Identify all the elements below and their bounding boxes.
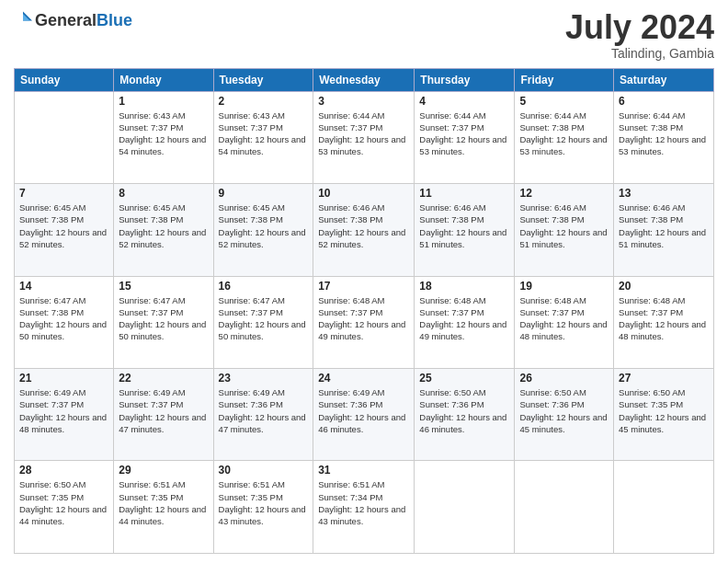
calendar-week-2: 7Sunrise: 6:45 AMSunset: 7:38 PMDaylight… <box>15 184 714 276</box>
day-info: Sunrise: 6:49 AMSunset: 7:37 PMDaylight:… <box>19 386 108 435</box>
col-sunday: Sunday <box>15 68 114 91</box>
col-friday: Friday <box>515 68 614 91</box>
table-row: 16Sunrise: 6:47 AMSunset: 7:37 PMDayligh… <box>213 276 313 368</box>
day-number: 31 <box>318 464 409 477</box>
day-number: 19 <box>519 280 609 293</box>
day-info: Sunrise: 6:50 AMSunset: 7:36 PMDaylight:… <box>419 386 509 435</box>
day-info: Sunrise: 6:45 AMSunset: 7:38 PMDaylight:… <box>19 201 108 250</box>
table-row: 22Sunrise: 6:49 AMSunset: 7:37 PMDayligh… <box>114 369 213 461</box>
table-row <box>614 461 714 554</box>
day-number: 30 <box>219 464 309 477</box>
day-info: Sunrise: 6:45 AMSunset: 7:38 PMDaylight:… <box>119 201 208 250</box>
title-block: July 2024 Talinding, Gambia <box>565 9 714 61</box>
day-number: 7 <box>19 187 108 200</box>
table-row <box>415 461 515 554</box>
day-number: 3 <box>318 95 409 108</box>
day-number: 20 <box>619 280 709 293</box>
col-saturday: Saturday <box>614 68 714 91</box>
day-number: 17 <box>318 280 409 293</box>
day-number: 23 <box>219 372 309 385</box>
day-info: Sunrise: 6:44 AMSunset: 7:37 PMDaylight:… <box>318 109 409 158</box>
day-number: 22 <box>119 372 208 385</box>
day-number: 11 <box>419 187 509 200</box>
location: Talinding, Gambia <box>565 46 714 61</box>
calendar-header-row: Sunday Monday Tuesday Wednesday Thursday… <box>15 68 714 91</box>
table-row: 10Sunrise: 6:46 AMSunset: 7:38 PMDayligh… <box>313 184 415 276</box>
month-year: July 2024 <box>565 9 714 46</box>
table-row <box>15 91 114 183</box>
logo-general: GeneralBlue <box>35 11 132 30</box>
day-number: 28 <box>19 464 108 477</box>
day-number: 21 <box>19 372 108 385</box>
day-number: 5 <box>519 95 609 108</box>
day-info: Sunrise: 6:51 AMSunset: 7:35 PMDaylight:… <box>119 478 208 527</box>
calendar-week-4: 21Sunrise: 6:49 AMSunset: 7:37 PMDayligh… <box>15 369 714 461</box>
day-info: Sunrise: 6:44 AMSunset: 7:38 PMDaylight:… <box>619 109 709 158</box>
col-monday: Monday <box>114 68 213 91</box>
table-row: 27Sunrise: 6:50 AMSunset: 7:35 PMDayligh… <box>614 369 714 461</box>
day-info: Sunrise: 6:50 AMSunset: 7:35 PMDaylight:… <box>19 478 108 527</box>
table-row: 3Sunrise: 6:44 AMSunset: 7:37 PMDaylight… <box>313 91 415 183</box>
day-info: Sunrise: 6:47 AMSunset: 7:37 PMDaylight:… <box>219 294 309 343</box>
day-number: 8 <box>119 187 208 200</box>
day-number: 25 <box>419 372 509 385</box>
day-number: 1 <box>119 95 208 108</box>
header: GeneralBlue July 2024 Talinding, Gambia <box>14 9 714 61</box>
day-number: 15 <box>119 280 208 293</box>
table-row: 25Sunrise: 6:50 AMSunset: 7:36 PMDayligh… <box>415 369 515 461</box>
day-info: Sunrise: 6:46 AMSunset: 7:38 PMDaylight:… <box>619 201 709 250</box>
day-info: Sunrise: 6:46 AMSunset: 7:38 PMDaylight:… <box>519 201 609 250</box>
day-info: Sunrise: 6:44 AMSunset: 7:37 PMDaylight:… <box>419 109 509 158</box>
table-row: 29Sunrise: 6:51 AMSunset: 7:35 PMDayligh… <box>114 461 213 554</box>
logo: GeneralBlue <box>14 9 132 31</box>
day-number: 13 <box>619 187 709 200</box>
day-number: 29 <box>119 464 208 477</box>
day-info: Sunrise: 6:49 AMSunset: 7:37 PMDaylight:… <box>119 386 208 435</box>
day-info: Sunrise: 6:46 AMSunset: 7:38 PMDaylight:… <box>419 201 509 250</box>
table-row: 12Sunrise: 6:46 AMSunset: 7:38 PMDayligh… <box>515 184 614 276</box>
day-number: 14 <box>19 280 108 293</box>
day-number: 4 <box>419 95 509 108</box>
day-info: Sunrise: 6:48 AMSunset: 7:37 PMDaylight:… <box>519 294 609 343</box>
table-row: 15Sunrise: 6:47 AMSunset: 7:37 PMDayligh… <box>114 276 213 368</box>
day-info: Sunrise: 6:43 AMSunset: 7:37 PMDaylight:… <box>219 109 309 158</box>
table-row: 6Sunrise: 6:44 AMSunset: 7:38 PMDaylight… <box>614 91 714 183</box>
day-number: 16 <box>219 280 309 293</box>
table-row: 17Sunrise: 6:48 AMSunset: 7:37 PMDayligh… <box>313 276 415 368</box>
col-thursday: Thursday <box>415 68 515 91</box>
day-number: 12 <box>519 187 609 200</box>
table-row: 7Sunrise: 6:45 AMSunset: 7:38 PMDaylight… <box>15 184 114 276</box>
logo-icon <box>14 9 32 28</box>
table-row: 24Sunrise: 6:49 AMSunset: 7:36 PMDayligh… <box>313 369 415 461</box>
table-row: 23Sunrise: 6:49 AMSunset: 7:36 PMDayligh… <box>213 369 313 461</box>
day-info: Sunrise: 6:48 AMSunset: 7:37 PMDaylight:… <box>419 294 509 343</box>
calendar-week-1: 1Sunrise: 6:43 AMSunset: 7:37 PMDaylight… <box>15 91 714 183</box>
day-info: Sunrise: 6:51 AMSunset: 7:35 PMDaylight:… <box>219 478 309 527</box>
calendar-table: Sunday Monday Tuesday Wednesday Thursday… <box>14 68 714 554</box>
day-info: Sunrise: 6:49 AMSunset: 7:36 PMDaylight:… <box>318 386 409 435</box>
day-info: Sunrise: 6:50 AMSunset: 7:35 PMDaylight:… <box>619 386 709 435</box>
table-row: 8Sunrise: 6:45 AMSunset: 7:38 PMDaylight… <box>114 184 213 276</box>
table-row: 4Sunrise: 6:44 AMSunset: 7:37 PMDaylight… <box>415 91 515 183</box>
table-row: 1Sunrise: 6:43 AMSunset: 7:37 PMDaylight… <box>114 91 213 183</box>
day-number: 27 <box>619 372 709 385</box>
col-tuesday: Tuesday <box>213 68 313 91</box>
day-info: Sunrise: 6:51 AMSunset: 7:34 PMDaylight:… <box>318 478 409 527</box>
table-row: 13Sunrise: 6:46 AMSunset: 7:38 PMDayligh… <box>614 184 714 276</box>
table-row: 28Sunrise: 6:50 AMSunset: 7:35 PMDayligh… <box>15 461 114 554</box>
table-row <box>515 461 614 554</box>
day-number: 24 <box>318 372 409 385</box>
table-row: 18Sunrise: 6:48 AMSunset: 7:37 PMDayligh… <box>415 276 515 368</box>
day-info: Sunrise: 6:43 AMSunset: 7:37 PMDaylight:… <box>119 109 208 158</box>
day-number: 6 <box>619 95 709 108</box>
day-number: 10 <box>318 187 409 200</box>
day-info: Sunrise: 6:45 AMSunset: 7:38 PMDaylight:… <box>219 201 309 250</box>
day-info: Sunrise: 6:50 AMSunset: 7:36 PMDaylight:… <box>519 386 609 435</box>
table-row: 14Sunrise: 6:47 AMSunset: 7:38 PMDayligh… <box>15 276 114 368</box>
calendar-week-3: 14Sunrise: 6:47 AMSunset: 7:38 PMDayligh… <box>15 276 714 368</box>
svg-marker-1 <box>23 14 30 21</box>
table-row: 5Sunrise: 6:44 AMSunset: 7:38 PMDaylight… <box>515 91 614 183</box>
page: GeneralBlue July 2024 Talinding, Gambia … <box>0 0 728 563</box>
day-info: Sunrise: 6:48 AMSunset: 7:37 PMDaylight:… <box>318 294 409 343</box>
day-info: Sunrise: 6:44 AMSunset: 7:38 PMDaylight:… <box>519 109 609 158</box>
